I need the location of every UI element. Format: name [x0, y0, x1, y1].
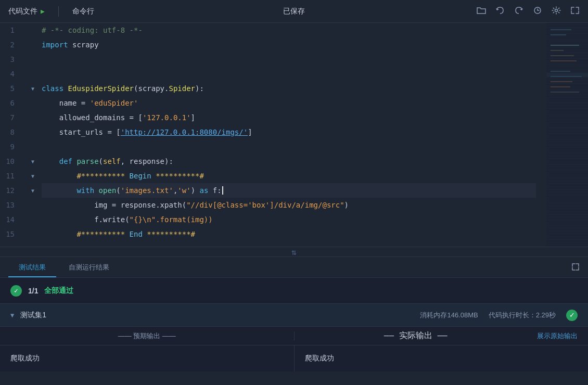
code-line-13: img = response.xpath("//div[@class='box'… — [42, 198, 536, 212]
pass-count: 1/1 — [28, 287, 38, 295]
expected-value: 爬取成功 — [10, 354, 40, 362]
svg-rect-5 — [551, 50, 564, 51]
pass-icon: ✓ — [10, 285, 22, 297]
folder-icon[interactable] — [477, 6, 486, 17]
expected-output-label: —— 预期输出 —— — [118, 331, 176, 341]
settings-icon[interactable] — [552, 6, 561, 17]
testset-label: 测试集1 — [20, 311, 46, 320]
code-line-11: #********** Begin **********# — [42, 169, 536, 183]
memory-usage: 消耗内存146.08MB — [420, 311, 478, 320]
code-line-6: name = 'eduSpider' — [42, 96, 536, 110]
code-line-4 — [42, 67, 536, 81]
expand-icon[interactable] — [570, 6, 580, 17]
panel-expand-icon[interactable] — [571, 263, 580, 277]
undo-icon[interactable] — [495, 6, 505, 17]
testset-ok-icon: ✓ — [566, 310, 578, 321]
play-icon[interactable]: ▶ — [41, 7, 45, 15]
cmd-label: 命令行 — [72, 7, 94, 16]
editor-area: 1 2 3 4 5 6 7 8 9 10 11 12 13 14 15 ▼ ▼ … — [0, 23, 588, 247]
svg-rect-4 — [551, 45, 579, 46]
svg-rect-10 — [551, 81, 572, 82]
svg-rect-6 — [551, 55, 574, 56]
actual-value: 爬取成功 — [305, 354, 334, 362]
redo-icon[interactable] — [514, 6, 523, 17]
output-headers: —— 预期输出 —— —— 实际输出 —— 展示原始输出 — [0, 327, 588, 345]
expected-value-cell: 爬取成功 — [0, 345, 295, 371]
code-line-8: start_urls = ['http://127.0.0.1:8080/img… — [42, 125, 536, 139]
testset-meta: 消耗内存146.08MB 代码执行时长：2.29秒 ✓ — [420, 310, 578, 321]
svg-point-1 — [555, 9, 558, 11]
testset-arrow-icon[interactable]: ▼ — [10, 312, 14, 319]
toolbar-left: 代码文件 ▶ 命令行 — [8, 6, 94, 17]
svg-rect-11 — [551, 86, 570, 87]
fold-arrows: ▼ ▼ ▼ ▼ — [31, 23, 42, 247]
svg-rect-3 — [551, 34, 566, 35]
code-line-10: def parse(self, response): — [42, 154, 536, 169]
code-line-12: ▶ with open('images.txt','w') as f: — [42, 183, 536, 198]
actual-output-label: —— 实际输出 —— — [384, 330, 448, 341]
svg-rect-12 — [551, 92, 579, 93]
svg-rect-8 — [551, 71, 570, 72]
code-line-2: import scrapy — [42, 37, 536, 52]
minimap — [546, 23, 588, 247]
line-numbers: 1 2 3 4 5 6 7 8 9 10 11 12 13 14 15 — [0, 23, 31, 247]
code-line-9 — [42, 139, 536, 154]
svg-rect-2 — [551, 29, 571, 30]
pass-label: 全部通过 — [44, 286, 73, 296]
code-content[interactable]: # -*- coding: utf-8 -*- import scrapy cl… — [42, 23, 546, 247]
toolbar-right — [477, 6, 580, 17]
code-line-5: class EduspiderSpider(scrapy.Spider): — [42, 81, 536, 96]
code-line-14: f.write("{}\n".format(img)) — [42, 212, 536, 227]
tab-self-test[interactable]: 自测运行结果 — [58, 259, 120, 277]
actual-output-header: —— 实际输出 —— — [295, 330, 538, 341]
saved-label: 已保存 — [283, 7, 305, 16]
svg-rect-13 — [546, 73, 588, 77]
code-line-3 — [42, 52, 536, 67]
show-raw-button[interactable]: 展示原始输出 — [537, 331, 588, 341]
svg-rect-7 — [551, 60, 577, 61]
actual-value-cell: 爬取成功 — [295, 345, 589, 371]
output-content: 爬取成功 爬取成功 — [0, 345, 588, 371]
bottom-panel: 测试结果 自测运行结果 ✓ 1/1 全部通过 ▼ 测试集1 消耗内存146.08… — [0, 257, 588, 371]
testset-row: ▼ 测试集1 消耗内存146.08MB 代码执行时长：2.29秒 ✓ — [0, 304, 588, 327]
splitter-icon: ⇅ — [291, 247, 297, 257]
exec-time: 代码执行时长：2.29秒 — [489, 311, 556, 320]
code-line-15: #********** End **********# — [42, 227, 536, 241]
code-line-7: allowed_domains = ['127.0.0.1'] — [42, 110, 536, 125]
expected-output-header: —— 预期输出 —— — [0, 331, 295, 341]
tab-test-results[interactable]: 测试结果 — [8, 259, 56, 277]
toolbar: 代码文件 ▶ 命令行 已保存 — [0, 0, 588, 23]
code-line-1: # -*- coding: utf-8 -*- — [42, 23, 536, 37]
file-label: 代码文件 — [8, 7, 37, 16]
minimap-content — [546, 23, 588, 247]
pass-row: ✓ 1/1 全部通过 — [0, 278, 588, 304]
toolbar-divider — [58, 6, 59, 17]
output-area: —— 预期输出 —— —— 实际输出 —— 展示原始输出 爬取成功 爬取成功 — [0, 327, 588, 371]
splitter[interactable]: ⇅ — [0, 247, 588, 257]
reset-icon[interactable] — [533, 6, 542, 17]
panel-tabs: 测试结果 自测运行结果 — [0, 257, 588, 278]
text-cursor — [222, 186, 223, 195]
